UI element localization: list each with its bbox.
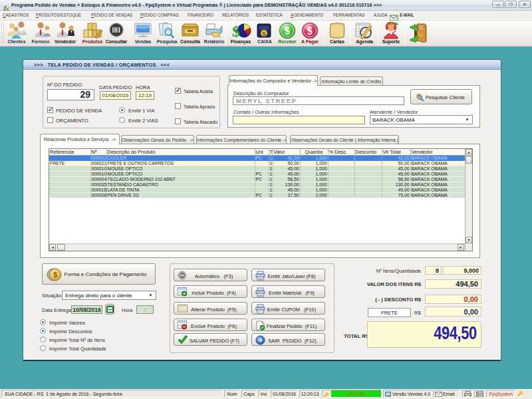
svg-text:EXIT: EXIT: [418, 26, 424, 29]
svg-text:$: $: [307, 25, 313, 37]
svg-text:$: $: [262, 31, 265, 37]
svg-text:$: $: [285, 25, 290, 37]
svg-text:$: $: [232, 23, 240, 40]
